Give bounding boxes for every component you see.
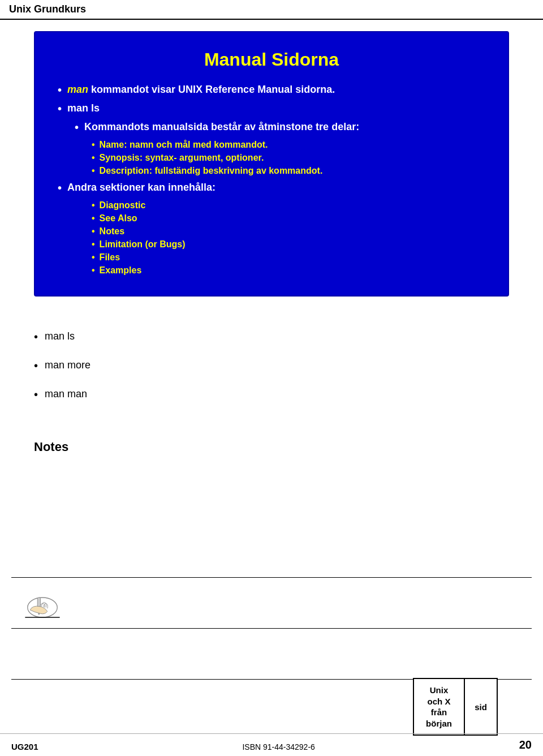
notes-area: man ls man more man man xyxy=(0,325,543,423)
slide-box: Manual Sidorna man kommandot visar UNIX … xyxy=(34,31,509,297)
footer-center: ISBN 91-44-34292-6 xyxy=(242,742,314,751)
andra-sub-seealso: See Also xyxy=(92,213,485,224)
sub-sub-item-2-text: Synopsis: syntax- argument, optioner. xyxy=(100,153,264,163)
sub-sub-list: Name: namn och mål med kommandot. Synops… xyxy=(92,140,485,176)
main-content: Manual Sidorna man kommandot visar UNIX … xyxy=(0,20,543,325)
slide-list: man kommandot visar UNIX Reference Manua… xyxy=(58,84,485,276)
footer-right: 20 xyxy=(519,738,532,751)
slide-item-1-rest: kommandot visar UNIX Reference Manual si… xyxy=(91,84,335,95)
andra-sub-list: Diagnostic See Also Notes Limitation (or… xyxy=(92,200,485,276)
andra-sub-diagnostic-text: Diagnostic xyxy=(100,200,146,211)
andra-sub-notes-text: Notes xyxy=(100,226,124,237)
line-1 xyxy=(11,577,532,578)
andra-sub-diagnostic: Diagnostic xyxy=(92,200,485,211)
slide-item-3-text: Andra sektioner kan innehålla: xyxy=(67,182,216,194)
notes-bullet-3: man man xyxy=(34,388,509,401)
sub-sub-item-3: Description: fullständig beskrivning av … xyxy=(92,166,485,176)
footer: UG201 ISBN 91-44-34292-6 20 xyxy=(0,733,543,756)
slide-item-1-text: man kommandot visar UNIX Reference Manua… xyxy=(67,84,335,96)
book-right-text: sid xyxy=(464,678,498,736)
slide-item-2-sub-text: Kommandots manualsida består av åtminsto… xyxy=(84,121,359,133)
notes-bullet-1: man ls xyxy=(34,330,509,343)
book-area: Unixoch Xfrånbörjan sid xyxy=(413,678,498,736)
header-title: Unix Grundkurs xyxy=(9,3,86,15)
sub-sub-item-1: Name: namn och mål med kommandot. xyxy=(92,140,485,150)
slide-item-2-text: man ls xyxy=(67,102,100,114)
notes-bullet-1-text: man ls xyxy=(45,330,75,342)
andra-sub-notes: Notes xyxy=(92,226,485,237)
line-2 xyxy=(11,628,532,629)
notes-label: Notes xyxy=(34,440,509,454)
andra-sub-examples-text: Examples xyxy=(100,265,142,276)
sub-sub-item-3-text: Description: fullständig beskrivning av … xyxy=(100,166,323,176)
pencil-icon xyxy=(23,592,62,623)
andra-sub-files-text: Files xyxy=(100,252,120,263)
footer-left: UG201 xyxy=(11,742,38,751)
slide-item-2: man ls xyxy=(58,102,485,115)
header: Unix Grundkurs xyxy=(0,0,543,20)
slide-title: Manual Sidorna xyxy=(58,49,485,70)
notes-label-area: Notes xyxy=(0,434,543,469)
andra-sub-examples: Examples xyxy=(92,265,485,276)
man-keyword: man xyxy=(67,84,88,95)
slide-item-2-sub: Kommandots manualsida består av åtminsto… xyxy=(58,121,485,134)
notes-bullet-2-text: man more xyxy=(45,359,90,371)
writing-icon-area xyxy=(23,592,68,626)
andra-sub-limitation-text: Limitation (or Bugs) xyxy=(100,239,186,250)
book-left-text: Unixoch Xfrånbörjan xyxy=(413,678,464,736)
andra-sub-files: Files xyxy=(92,252,485,263)
andra-sub-seealso-text: See Also xyxy=(100,213,137,224)
sub-sub-item-2: Synopsis: syntax- argument, optioner. xyxy=(92,153,485,163)
slide-item-1: man kommandot visar UNIX Reference Manua… xyxy=(58,84,485,97)
notes-bullet-2: man more xyxy=(34,359,509,372)
andra-sub-limitation: Limitation (or Bugs) xyxy=(92,239,485,250)
slide-item-3: Andra sektioner kan innehålla: xyxy=(58,182,485,195)
sub-sub-item-1-text: Name: namn och mål med kommandot. xyxy=(100,140,268,150)
notes-bullet-3-text: man man xyxy=(45,388,87,400)
